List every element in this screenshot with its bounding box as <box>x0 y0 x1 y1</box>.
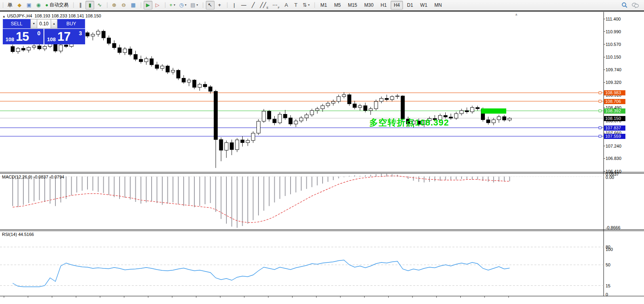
candlestick-chart-icon: ▮ <box>89 2 91 8</box>
arrows-icon: ⇅ <box>302 2 307 8</box>
timeframe-mn-button[interactable]: MN <box>431 1 445 10</box>
price-tag: 108.706 <box>604 99 625 104</box>
chart-ohlc-values: 108.193 108.233 108.141 108.150 <box>34 13 101 18</box>
rsi-indicator-label: RSI(14) 44.5166 <box>2 232 34 237</box>
timeframe-h1-button[interactable]: H1 <box>378 1 390 10</box>
search-button[interactable] <box>620 1 629 10</box>
timeframe-m5-button[interactable]: M5 <box>331 1 344 10</box>
fibonacci-icon: ⋯ <box>272 2 277 8</box>
macd-pane <box>0 174 604 228</box>
price-axis-tick: 110.990 <box>606 29 621 34</box>
sell-button[interactable]: SELL <box>3 19 30 28</box>
sell-price-big: 15 <box>16 30 28 44</box>
toolbar: ┊单◆▣◉●自动交易┊∥▮∿┊⊕⊖▦┊▶▷┊+▾◷▾▤▾┊↖+┊|—╱╱╱E⋯F… <box>0 0 644 11</box>
sell-price-prefix: 108 <box>6 36 14 42</box>
timeframe-m1-button[interactable]: M1 <box>317 1 331 10</box>
crosshair-icon: + <box>218 2 221 8</box>
periods-icon: ◷ <box>179 2 184 8</box>
buy-button[interactable]: BUY <box>57 19 85 28</box>
zoom-in-icon: ⊕ <box>112 2 116 8</box>
timeframe-w1-button[interactable]: W1 <box>417 1 431 10</box>
text-icon: A <box>285 2 288 8</box>
candlestick-chart-button[interactable]: ▮ <box>85 1 94 10</box>
current-price-tag: 108.150 <box>604 116 625 121</box>
price-tag: 108.392 <box>604 108 625 114</box>
zoom-out-button[interactable]: ⊖ <box>120 1 128 10</box>
macd-signal-line <box>13 176 510 223</box>
chart-window: ▲USDJPY-,H4 108.193 108.233 108.141 108.… <box>0 11 644 304</box>
new-order-button[interactable]: ◆ <box>15 1 24 10</box>
new-order-icon: ◆ <box>17 2 21 8</box>
price-tag: 108.983 <box>604 90 625 95</box>
fibonacci-icon-sub: F <box>278 6 279 9</box>
rsi-level-tick: 50 <box>606 262 610 267</box>
chart-shift-button[interactable]: ▷ <box>153 1 162 10</box>
chevron-down-icon: ▾ <box>308 3 310 7</box>
chart-canvas <box>0 11 644 304</box>
volume-decrease-button[interactable]: ▼ <box>30 19 37 28</box>
chevron-down-icon: ▾ <box>174 3 175 7</box>
sell-quote-tile[interactable]: 108 15 0 <box>3 29 44 44</box>
equidistant-channel-icon-sub: E <box>266 6 268 9</box>
price-tag: 107.559 <box>604 134 625 139</box>
zoom-out-icon: ⊖ <box>122 2 126 8</box>
tile-windows-button[interactable]: ▦ <box>129 1 138 10</box>
macd-indicator-label: MACD(12,26,9) -0.0837 -0.0794 <box>2 175 64 179</box>
rsi-line <box>13 260 510 287</box>
timeframe-m15-button[interactable]: M15 <box>345 1 360 10</box>
arrows-button[interactable]: ⇅▾ <box>301 1 311 10</box>
zoom-in-button[interactable]: ⊕ <box>110 1 119 10</box>
bar-chart-icon: ∥ <box>79 2 82 8</box>
autotrading-button[interactable]: ●自动交易 <box>44 1 70 10</box>
chart-text-annotation[interactable]: 多空转折点108.392 <box>369 117 449 129</box>
indicators-button[interactable]: +▾ <box>168 1 177 10</box>
line-handle[interactable] <box>599 135 601 137</box>
templates-button[interactable]: ▤▾ <box>189 1 199 10</box>
equidistant-channel-button[interactable]: ╱╱E <box>258 1 270 10</box>
price-axis-tick: 111.400 <box>606 17 621 21</box>
line-chart-button[interactable]: ∿ <box>95 1 104 10</box>
line-handle[interactable] <box>599 110 601 112</box>
signals-button[interactable]: ◉ <box>34 1 43 10</box>
toolbar-grip: ┊ <box>138 2 143 8</box>
bar-chart-button[interactable]: ∥ <box>76 1 85 10</box>
line-handle[interactable] <box>599 127 601 129</box>
buy-quote-tile[interactable]: 108 17 3 <box>44 29 85 44</box>
buy-price-sup: 3 <box>79 30 82 36</box>
fibonacci-button[interactable]: ⋯F <box>271 1 281 10</box>
line-handle[interactable] <box>599 100 601 103</box>
horizontal-line-icon: — <box>241 2 246 8</box>
collapse-panel-icon[interactable]: ▲ <box>2 15 6 18</box>
equidistant-channel-icon: ╱╱ <box>260 2 266 8</box>
orders-label-button[interactable]: 单 <box>6 1 14 10</box>
toolbar-grip: ┊ <box>200 2 205 8</box>
price-axis-tick: 110.150 <box>606 55 621 59</box>
search-icon <box>621 2 628 8</box>
autotrading-icon: ● <box>45 2 48 8</box>
timeframe-h4-button[interactable]: H4 <box>391 1 403 10</box>
timeframe-d1-button[interactable]: D1 <box>404 1 416 10</box>
chart-window-button[interactable]: ▣ <box>25 1 33 10</box>
trendline-button[interactable]: ╱ <box>249 1 258 10</box>
toolbar-grip: ┊ <box>70 2 76 8</box>
text-label-button[interactable]: T <box>291 1 300 10</box>
orders-label: 单 <box>8 2 13 8</box>
periods-button[interactable]: ◷▾ <box>178 1 188 10</box>
chart-shift-icon: ▷ <box>156 2 160 8</box>
toolbar-grip: ┊ <box>312 2 317 8</box>
crosshair-button[interactable]: + <box>215 1 224 10</box>
cursor-button[interactable]: ↖ <box>206 1 215 10</box>
text-button[interactable]: A <box>282 1 291 10</box>
auto-scroll-button[interactable]: ▶ <box>144 1 152 10</box>
vertical-line-button[interactable]: | <box>230 1 239 10</box>
line-handle[interactable] <box>599 91 601 94</box>
chat-button[interactable] <box>630 1 640 10</box>
trendline-icon: ╱ <box>252 2 255 8</box>
price-axis-tick: 109.320 <box>606 80 621 85</box>
volume-input[interactable]: 0.10 <box>37 19 51 28</box>
highlight-rectangle-object[interactable] <box>481 108 506 114</box>
horizontal-line-button[interactable]: — <box>239 1 248 10</box>
volume-increase-button[interactable]: ▲ <box>51 19 57 28</box>
price-tag: 107.837 <box>604 125 625 131</box>
timeframe-m30-button[interactable]: M30 <box>361 1 376 10</box>
